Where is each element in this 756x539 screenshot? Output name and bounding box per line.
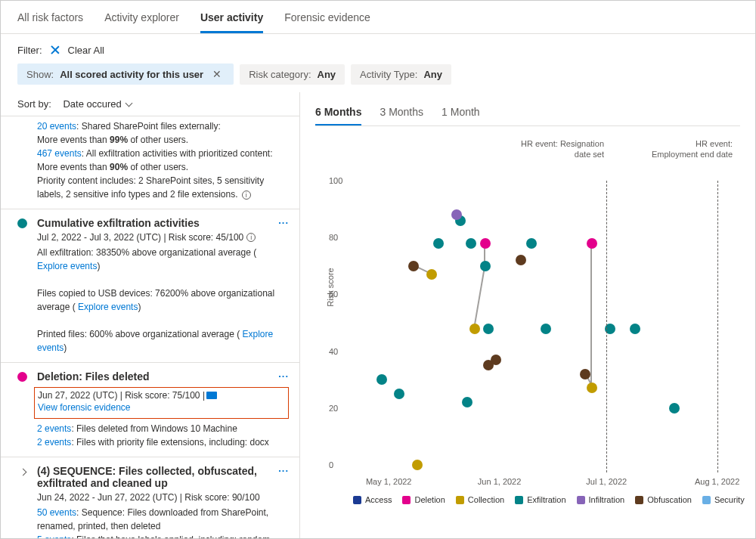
legend-swatch	[635, 496, 643, 504]
annotation-line	[717, 181, 718, 472]
chart-legend: Access Deletion Collection Exfiltration …	[315, 491, 755, 504]
legend-item-infiltration[interactable]: Infiltration	[577, 495, 625, 504]
chevron-right-icon[interactable]	[20, 469, 27, 476]
annotation-line	[606, 181, 607, 472]
x-tick: Jun 1, 2022	[478, 477, 522, 486]
data-point[interactable]	[433, 238, 444, 249]
clear-all-link[interactable]: Clear All	[68, 45, 104, 56]
data-point[interactable]	[587, 238, 597, 249]
more-button[interactable]: ···	[278, 370, 289, 382]
event-count-link[interactable]: 20 events	[37, 121, 76, 132]
range-tab-3-months[interactable]: 3 Months	[380, 101, 423, 125]
y-tick: 0	[329, 460, 333, 469]
sort-value: Date occured	[63, 98, 121, 110]
legend-item-security[interactable]: Security	[702, 495, 745, 504]
range-tab-1-month[interactable]: 1 Month	[442, 101, 480, 125]
event-count-link[interactable]: 2 events	[37, 423, 71, 434]
data-point[interactable]	[516, 255, 526, 265]
hr-event-label: HR event: Resignation date set	[513, 138, 604, 160]
card-title: Deletion: Files deleted	[37, 370, 286, 383]
scatter-chart[interactable]: Risk score HR event: Resignation date se…	[315, 135, 755, 491]
tab-activity-explorer[interactable]: Activity explorer	[104, 8, 179, 33]
more-button[interactable]: ···	[278, 217, 289, 228]
data-point[interactable]	[466, 238, 476, 249]
data-point[interactable]	[630, 324, 640, 334]
legend-item-exfiltration[interactable]: Exfiltration	[515, 495, 565, 504]
event-count-link[interactable]: 2 events	[37, 437, 71, 448]
event-count-link[interactable]: 50 events	[37, 507, 76, 518]
y-tick: 20	[329, 404, 338, 413]
pill-label: Show:	[26, 69, 54, 80]
main-tabs: All risk factors Activity explorer User …	[1, 1, 755, 34]
y-tick: 80	[329, 233, 338, 242]
data-point[interactable]	[526, 238, 537, 249]
filter-bar: Filter: Clear All Show: All scored activ…	[1, 34, 755, 92]
x-tick: May 1, 2022	[366, 477, 412, 486]
data-point[interactable]	[587, 383, 597, 393]
data-point[interactable]	[480, 238, 491, 249]
pill-label: Risk category:	[249, 69, 311, 80]
data-point[interactable]	[469, 324, 480, 334]
data-point[interactable]	[483, 324, 494, 334]
data-point[interactable]	[480, 261, 491, 271]
legend-item-obfuscation[interactable]: Obfuscation	[635, 495, 692, 504]
event-count-link[interactable]: 467 events	[37, 148, 82, 159]
data-point[interactable]	[491, 355, 501, 365]
data-point[interactable]	[408, 261, 419, 271]
list-item-deletion[interactable]: ··· Deletion: Files deleted Jun 27, 2022…	[1, 363, 299, 457]
tab-all-risk-factors[interactable]: All risk factors	[17, 8, 83, 33]
data-point[interactable]	[451, 209, 462, 220]
forensic-evidence-icon	[206, 392, 217, 399]
more-button[interactable]: ···	[278, 465, 289, 476]
activity-list[interactable]: 20 events: Shared SharePoint files exter…	[1, 116, 299, 539]
data-point[interactable]	[376, 374, 387, 385]
explore-events-link[interactable]: Explore events	[37, 261, 97, 271]
y-tick: 60	[329, 290, 338, 299]
explore-events-link[interactable]: Explore events	[78, 302, 138, 312]
legend-item-access[interactable]: Access	[353, 495, 392, 504]
list-item-cumulative-exfiltration[interactable]: ··· Cumulative exfiltration activities J…	[1, 209, 299, 363]
sort-label: Sort by:	[17, 98, 51, 110]
y-axis-label: Risk score	[326, 268, 335, 306]
legend-item-collection[interactable]: Collection	[456, 495, 504, 504]
y-tick: 100	[329, 176, 342, 185]
range-tab-6-months[interactable]: 6 Months	[315, 101, 361, 125]
sort-dropdown[interactable]: Sort by: Date occured	[1, 92, 299, 116]
pill-value: All scored activity for this user	[60, 69, 203, 80]
clear-icon[interactable]	[50, 45, 60, 56]
card-title: Cumulative exfiltration activities	[37, 217, 286, 229]
filter-pill-risk-category[interactable]: Risk category: Any	[240, 64, 345, 85]
list-item[interactable]: 20 events: Shared SharePoint files exter…	[1, 116, 299, 209]
pill-value: Any	[318, 69, 336, 80]
data-point[interactable]	[541, 324, 551, 334]
info-icon[interactable]: i	[242, 191, 251, 200]
event-count-link[interactable]: 5 events	[37, 534, 71, 539]
category-dot-exfiltration	[17, 218, 27, 228]
filter-pill-activity-type[interactable]: Activity Type: Any	[351, 64, 451, 85]
legend-item-deletion[interactable]: Deletion	[402, 495, 445, 504]
data-point[interactable]	[412, 460, 423, 470]
list-item-sequence[interactable]: ··· (4) SEQUENCE: Files collected, obfus…	[1, 457, 299, 539]
close-icon[interactable]: ✕	[209, 68, 225, 80]
tab-forensic-evidence[interactable]: Forensic evidence	[284, 8, 370, 33]
tab-user-activity[interactable]: User activity	[200, 8, 263, 33]
view-forensic-evidence-link[interactable]: View forensic evidence	[38, 402, 131, 413]
y-tick: 40	[329, 347, 338, 356]
data-point[interactable]	[462, 397, 472, 407]
data-point[interactable]	[580, 369, 590, 379]
data-point[interactable]	[669, 403, 680, 414]
filter-label: Filter:	[17, 45, 42, 56]
filter-pill-show[interactable]: Show: All scored activity for this user …	[17, 64, 234, 85]
info-icon[interactable]: i	[246, 233, 256, 242]
pill-label: Activity Type:	[360, 69, 417, 80]
legend-swatch	[515, 496, 523, 504]
chart-panel: 6 Months 3 Months 1 Month Risk score HR …	[300, 92, 755, 539]
category-dot-deletion	[17, 372, 27, 382]
data-point[interactable]	[426, 269, 437, 280]
data-point[interactable]	[394, 389, 404, 399]
legend-swatch	[456, 496, 464, 504]
legend-swatch	[702, 496, 711, 504]
x-tick: Aug 1, 2022	[695, 477, 739, 486]
legend-swatch	[353, 496, 361, 504]
activity-list-panel: Sort by: Date occured 20 events: Shared …	[1, 92, 300, 539]
